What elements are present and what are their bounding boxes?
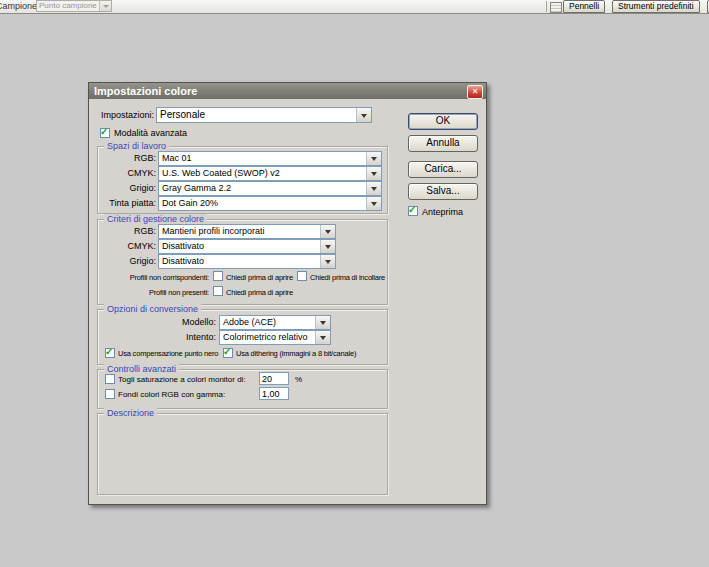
color-settings-dialog: Impostazioni colore Impostazioni: Person… bbox=[88, 82, 487, 505]
policies-group-title: Criteri di gestione colore bbox=[104, 214, 207, 224]
advanced-group-title: Controlli avanzati bbox=[104, 364, 179, 374]
dialog-titlebar[interactable]: Impostazioni colore bbox=[89, 83, 486, 99]
engine-label: Modello: bbox=[97, 317, 216, 327]
pol-gray-value: Disattivato bbox=[159, 255, 320, 268]
desaturate-input[interactable] bbox=[259, 372, 289, 385]
settings-value: Personale bbox=[157, 108, 356, 122]
mismatch-ask-open-checkbox[interactable] bbox=[213, 271, 223, 281]
blend-gamma-checkbox[interactable] bbox=[105, 389, 115, 399]
chevron-down-icon bbox=[366, 197, 381, 210]
mismatch-ask-open-label: Chiedi prima di aprire bbox=[226, 273, 293, 282]
tab-brushes[interactable]: Pennelli bbox=[563, 0, 605, 13]
advanced-mode-checkbox[interactable] bbox=[100, 128, 110, 138]
blend-gamma-input[interactable] bbox=[259, 387, 289, 400]
save-button[interactable]: Salva... bbox=[408, 183, 478, 200]
ws-spot-label: Tinta piatta: bbox=[97, 198, 156, 208]
desaturate-checkbox[interactable] bbox=[105, 374, 115, 384]
ws-gray-label: Grigio: bbox=[97, 183, 156, 193]
advanced-mode-label: Modalità avanzata bbox=[114, 128, 187, 138]
description-group bbox=[97, 413, 388, 495]
chevron-down-icon bbox=[315, 316, 330, 329]
conversion-group-title: Opzioni di conversione bbox=[104, 304, 201, 314]
blend-gamma-label: Fondi colori RGB con gamma: bbox=[118, 390, 225, 399]
ws-cmyk-select[interactable]: U.S. Web Coated (SWOP) v2 bbox=[158, 166, 382, 181]
intent-select[interactable]: Colorimetrico relativo bbox=[219, 330, 331, 345]
tab-tool-presets[interactable]: Strumenti predefiniti bbox=[612, 0, 700, 13]
cancel-button[interactable]: Annulla bbox=[408, 135, 478, 152]
photoshop-screen: Campione: Punto campione Pennelli Strume… bbox=[0, 0, 709, 567]
settings-label: Impostazioni: bbox=[101, 110, 154, 120]
chevron-down-icon bbox=[315, 331, 330, 344]
chevron-down-icon bbox=[366, 182, 381, 195]
missing-ask-open-label: Chiedi prima di aprire bbox=[226, 288, 293, 297]
chevron-down-icon bbox=[320, 225, 335, 238]
chevron-down-icon bbox=[366, 167, 381, 180]
intent-label: Intento: bbox=[97, 332, 216, 342]
chevron-down-icon bbox=[99, 1, 111, 11]
ws-spot-value: Dot Gain 20% bbox=[159, 197, 366, 210]
sample-point-select: Punto campione bbox=[36, 0, 112, 12]
dialog-title: Impostazioni colore bbox=[94, 85, 197, 97]
description-group-title: Descrizione bbox=[104, 408, 157, 418]
ok-button[interactable]: OK bbox=[408, 113, 478, 130]
desaturate-unit: % bbox=[295, 375, 302, 384]
ws-gray-value: Gray Gamma 2.2 bbox=[159, 182, 366, 195]
pol-cmyk-label: CMYK: bbox=[97, 241, 156, 251]
preview-checkbox[interactable] bbox=[408, 206, 418, 216]
sample-label: Campione: bbox=[0, 1, 40, 11]
load-button[interactable]: Carica... bbox=[408, 161, 478, 178]
ws-gray-select[interactable]: Gray Gamma 2.2 bbox=[158, 181, 382, 196]
pol-rgb-value: Mantieni profili incorporati bbox=[159, 225, 320, 238]
mismatch-label: Profili non corrispondenti: bbox=[97, 273, 209, 282]
pol-cmyk-value: Disattivato bbox=[159, 240, 320, 253]
pol-gray-label: Grigio: bbox=[97, 256, 156, 266]
chevron-down-icon bbox=[366, 152, 381, 165]
preview-label: Anteprima bbox=[422, 207, 463, 217]
pol-rgb-label: RGB: bbox=[97, 226, 156, 236]
black-point-label: Usa compensazione punto nero bbox=[118, 349, 218, 358]
pol-gray-select[interactable]: Disattivato bbox=[158, 254, 336, 269]
pol-rgb-select[interactable]: Mantieni profili incorporati bbox=[158, 224, 336, 239]
dither-label: Usa dithering (immagini a 8 bit/canale) bbox=[236, 349, 356, 358]
sample-point-value: Punto campione bbox=[37, 1, 99, 11]
ws-rgb-label: RGB: bbox=[97, 153, 156, 163]
mismatch-ask-paste-label: Chiedi prima di incollare bbox=[310, 273, 385, 282]
missing-label: Profili non presenti: bbox=[97, 288, 209, 297]
engine-value: Adobe (ACE) bbox=[220, 316, 315, 329]
ws-rgb-select[interactable]: Mac 01 bbox=[158, 151, 382, 166]
missing-ask-open-checkbox[interactable] bbox=[213, 286, 223, 296]
chevron-down-icon bbox=[320, 240, 335, 253]
ws-rgb-value: Mac 01 bbox=[159, 152, 366, 165]
intent-value: Colorimetrico relativo bbox=[220, 331, 315, 344]
desaturate-label: Togli saturazione a colori monitor di: bbox=[118, 375, 246, 384]
dither-checkbox[interactable] bbox=[223, 348, 233, 358]
black-point-checkbox[interactable] bbox=[105, 348, 115, 358]
close-button[interactable] bbox=[467, 85, 483, 99]
ws-spot-select[interactable]: Dot Gain 20% bbox=[158, 196, 382, 211]
palette-well-icon bbox=[550, 2, 562, 13]
settings-select[interactable]: Personale bbox=[156, 107, 372, 123]
mismatch-ask-paste-checkbox[interactable] bbox=[297, 271, 307, 281]
toolbar-separator bbox=[546, 1, 547, 12]
ws-cmyk-label: CMYK: bbox=[97, 168, 156, 178]
pol-cmyk-select[interactable]: Disattivato bbox=[158, 239, 336, 254]
ws-cmyk-value: U.S. Web Coated (SWOP) v2 bbox=[159, 167, 366, 180]
options-bar: Campione: Punto campione Pennelli Strume… bbox=[0, 0, 709, 14]
chevron-down-icon bbox=[320, 255, 335, 268]
workspaces-group-title: Spazi di lavoro bbox=[104, 141, 169, 151]
chevron-down-icon bbox=[356, 108, 371, 122]
engine-select[interactable]: Adobe (ACE) bbox=[219, 315, 331, 330]
